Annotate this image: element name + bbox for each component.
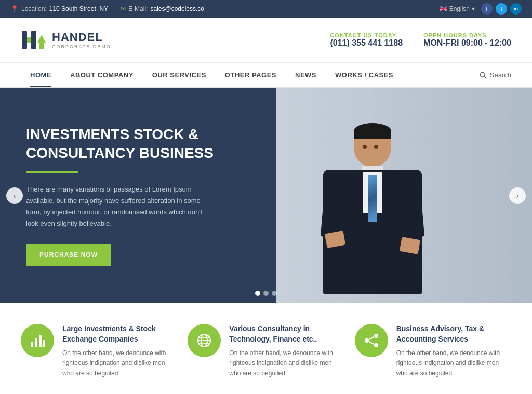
svg-line-17	[369, 337, 374, 339]
hero-divider	[26, 171, 78, 173]
svg-point-14	[374, 334, 378, 338]
nav-items: HOME ABOUT COMPANY OUR SERVICES OTHER PA…	[21, 63, 480, 87]
brand-name: HANDEL	[52, 31, 111, 44]
feature-desc-2: On the other hand, we denounce with righ…	[229, 348, 344, 378]
contact-phone-block: CONTACT US TODAY (011) 355 441 1188	[330, 32, 403, 48]
svg-rect-2	[27, 37, 31, 43]
location-pin-icon: 📍	[10, 5, 19, 13]
site-header: HANDEL CORPORATE DEMO CONTACT US TODAY (…	[0, 18, 532, 63]
search-icon	[480, 72, 487, 79]
feature-title-3: Business Advisory, Tax & Accounting Serv…	[396, 324, 511, 344]
email-icon: ✉	[121, 5, 126, 12]
svg-point-16	[374, 343, 378, 347]
share-icon	[364, 333, 379, 348]
hero-dots	[255, 291, 277, 296]
hero-section: INVESTMENTS STOCK & CONSULTANCY BUSINESS…	[0, 88, 532, 303]
feature-text-1: Large Investments & Stock Exchange Compa…	[62, 324, 177, 378]
hero-dot-2[interactable]	[263, 291, 269, 296]
top-bar-left: 📍 Location: 110 South Street, NY ✉ E-Mai…	[10, 5, 204, 13]
location-value: 110 South Street, NY	[49, 5, 108, 12]
hours-block: OPEN HOURS DAYS MON-FRI 09:00 - 12:00	[423, 32, 511, 48]
svg-rect-6	[35, 338, 37, 347]
svg-rect-8	[43, 340, 45, 347]
feature-title-1: Large Investments & Stock Exchange Compa…	[62, 324, 177, 344]
search-label: Search	[490, 71, 511, 79]
linkedin-icon[interactable]: in	[510, 3, 522, 15]
svg-line-4	[484, 76, 486, 78]
top-bar: 📍 Location: 110 South Street, NY ✉ E-Mai…	[0, 0, 532, 18]
header-contact: CONTACT US TODAY (011) 355 441 1188 OPEN…	[330, 32, 511, 48]
features-section: Large Investments & Stock Exchange Compa…	[0, 303, 532, 394]
contact-value: (011) 355 441 1188	[330, 38, 403, 48]
svg-line-18	[369, 342, 374, 344]
contact-label: CONTACT US TODAY	[330, 32, 403, 38]
nav-item-home[interactable]: HOME	[21, 63, 61, 87]
feature-text-3: Business Advisory, Tax & Accounting Serv…	[396, 324, 511, 378]
feature-item-2: Various Consultancy in Technology, Finan…	[188, 324, 344, 378]
top-bar-right: 🇬🇧 English ▾ f t in	[440, 3, 522, 15]
hours-value: MON-FRI 09:00 - 12:00	[423, 38, 511, 48]
svg-point-15	[365, 338, 369, 343]
feature-icon-consultancy	[188, 324, 221, 357]
purchase-now-button[interactable]: PURCHASE NOW	[26, 244, 111, 266]
feature-icon-advisory	[355, 324, 388, 357]
svg-rect-1	[31, 31, 36, 49]
brand-sub: CORPORATE DEMO	[52, 44, 111, 49]
facebook-icon[interactable]: f	[481, 3, 493, 15]
language-label: English	[449, 5, 470, 12]
hero-dot-1[interactable]	[255, 291, 260, 296]
nav-search[interactable]: Search	[480, 71, 511, 79]
feature-text-2: Various Consultancy in Technology, Finan…	[229, 324, 344, 378]
main-nav: HOME ABOUT COMPANY OUR SERVICES OTHER PA…	[0, 63, 532, 88]
hero-description: There are many variations of passages of…	[26, 184, 203, 229]
feature-item-3: Business Advisory, Tax & Accounting Serv…	[355, 324, 511, 378]
svg-rect-7	[39, 335, 42, 347]
flag-icon: 🇬🇧	[440, 5, 447, 12]
logo-icon	[21, 27, 47, 53]
feature-desc-3: On the other hand, we denounce with righ…	[396, 348, 511, 378]
hero-title: INVESTMENTS STOCK & CONSULTANCY BUSINESS	[26, 125, 250, 163]
feature-icon-investments	[21, 324, 54, 357]
twitter-icon[interactable]: t	[496, 3, 507, 15]
svg-rect-5	[31, 342, 33, 347]
feature-title-2: Various Consultancy in Technology, Finan…	[229, 324, 344, 344]
chevron-down-icon: ▾	[472, 5, 475, 12]
logo[interactable]: HANDEL CORPORATE DEMO	[21, 27, 111, 53]
email-value: sales@codeless.co	[150, 5, 204, 12]
social-icons: f t in	[481, 3, 522, 15]
nav-item-works[interactable]: WORKS / CASES	[326, 63, 403, 87]
logo-text: HANDEL CORPORATE DEMO	[52, 31, 111, 49]
hero-dot-3[interactable]	[272, 291, 277, 296]
hours-label: OPEN HOURS DAYS	[423, 32, 511, 38]
hero-next-button[interactable]: ›	[509, 187, 526, 204]
nav-item-services[interactable]: OUR SERVICES	[143, 63, 216, 87]
bar-chart-icon	[30, 333, 45, 348]
svg-point-3	[480, 72, 485, 77]
email-label: E-Mail:	[128, 5, 148, 12]
feature-desc-1: On the other hand, we denounce with righ…	[62, 348, 177, 378]
location-info: 📍 Location: 110 South Street, NY	[10, 5, 108, 13]
hero-prev-button[interactable]: ‹	[6, 187, 23, 204]
language-selector[interactable]: 🇬🇧 English ▾	[440, 5, 475, 12]
globe-icon	[196, 333, 212, 348]
nav-item-other[interactable]: OTHER PAGES	[216, 63, 286, 87]
feature-item-1: Large Investments & Stock Exchange Compa…	[21, 324, 177, 378]
svg-rect-0	[22, 31, 27, 49]
hero-content: INVESTMENTS STOCK & CONSULTANCY BUSINESS…	[0, 88, 276, 303]
location-label: Location:	[21, 5, 47, 12]
nav-item-news[interactable]: NEWS	[286, 63, 326, 87]
nav-item-about[interactable]: ABOUT COMPANY	[61, 63, 143, 87]
email-info: ✉ E-Mail: sales@codeless.co	[121, 5, 204, 12]
